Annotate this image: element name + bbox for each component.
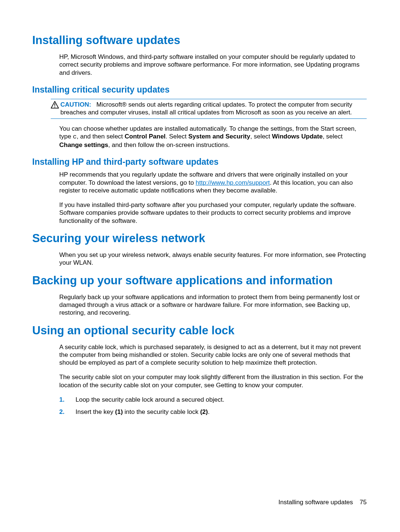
body-hp-third: HP recommends that you regularly update …	[59, 171, 367, 225]
body-critical-para: You can choose whether updates are insta…	[59, 125, 367, 149]
heading-cable-lock: Using an optional security cable lock	[32, 324, 367, 337]
body-wireless: When you set up your wireless network, a…	[59, 251, 367, 267]
body-critical: CAUTION: Microsoft® sends out alerts reg…	[51, 99, 367, 119]
ui-term: Change settings	[59, 141, 108, 148]
caution-box: CAUTION: Microsoft® sends out alerts reg…	[51, 99, 367, 119]
step-item: Loop the security cable lock around a se…	[59, 396, 367, 404]
ui-term: System and Security	[188, 133, 250, 140]
body-cable-lock: A security cable lock, which is purchase…	[59, 343, 367, 416]
heading-hp-third-party-updates: Installing HP and third-party software u…	[32, 157, 367, 167]
ui-term: Control Panel	[125, 133, 166, 140]
cross-reference: Getting to know your computer	[216, 382, 301, 389]
callout-number: (2)	[200, 408, 208, 415]
ui-term: Windows Update	[272, 133, 323, 140]
text: , and then follow the on-screen instruct…	[108, 141, 230, 148]
paragraph: You can choose whether updates are insta…	[59, 125, 367, 149]
heading-critical-security-updates: Installing critical security updates	[32, 85, 367, 95]
text: Loop the security cable lock around a se…	[76, 396, 224, 403]
paragraph: HP, Microsoft Windows, and third-party s…	[59, 53, 367, 77]
paragraph: A security cable lock, which is purchase…	[59, 343, 367, 367]
text: .	[301, 382, 303, 389]
callout-number: (1)	[115, 408, 123, 415]
keyboard-key: c	[73, 133, 77, 140]
text: Insert the key	[76, 408, 115, 415]
text: .	[91, 259, 93, 266]
text: When you set up your wireless network, a…	[59, 251, 337, 258]
heading-backing-up: Backing up your software applications an…	[32, 274, 367, 287]
text: Microsoft® sends out alerts regarding cr…	[60, 101, 352, 116]
text: into the security cable lock	[123, 408, 200, 415]
svg-point-1	[54, 106, 55, 107]
text: . Select	[166, 133, 188, 140]
page-footer: Installing software updates75	[279, 499, 367, 506]
support-link[interactable]: http://www.hp.com/support	[196, 179, 270, 186]
text: , and then select	[77, 133, 124, 140]
text: .	[129, 309, 131, 316]
page-number: 75	[360, 499, 367, 506]
footer-text: Installing software updates	[279, 499, 353, 506]
document-page: Installing software updates HP, Microsof…	[0, 0, 400, 532]
caution-label: CAUTION:	[60, 101, 91, 108]
text: .	[208, 408, 210, 415]
caution-text: CAUTION: Microsoft® sends out alerts reg…	[60, 101, 367, 117]
body-installing-updates: HP, Microsoft Windows, and third-party s…	[59, 53, 367, 77]
body-backing-up: Regularly back up your software applicat…	[59, 293, 367, 317]
text: The security cable slot on your computer…	[59, 374, 363, 388]
heading-securing-wireless: Securing your wireless network	[32, 231, 367, 245]
paragraph: HP recommends that you regularly update …	[59, 171, 367, 194]
paragraph: The security cable slot on your computer…	[59, 373, 367, 389]
heading-installing-software-updates: Installing software updates	[32, 33, 367, 47]
text: Regularly back up your software applicat…	[59, 294, 360, 308]
caution-icon	[51, 101, 59, 108]
paragraph: When you set up your wireless network, a…	[59, 251, 367, 267]
paragraph: If you have installed third-party softwa…	[59, 201, 367, 225]
text: , select	[323, 133, 343, 140]
paragraph: Regularly back up your software applicat…	[59, 293, 367, 317]
steps-list: Loop the security cable lock around a se…	[59, 396, 367, 416]
step-item: Insert the key (1) into the security cab…	[59, 408, 367, 416]
text: .	[90, 69, 92, 76]
text: , select	[250, 133, 272, 140]
